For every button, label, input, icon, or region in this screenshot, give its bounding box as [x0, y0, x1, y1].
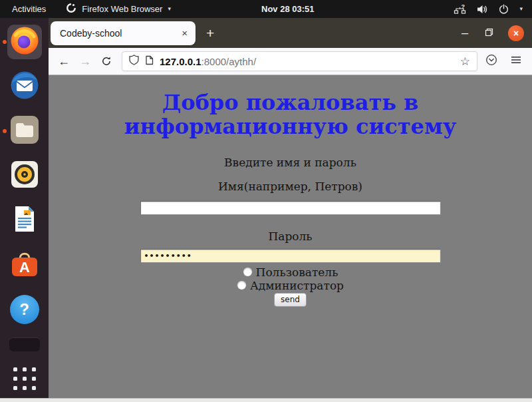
url-host: 127.0.0.1 — [160, 56, 201, 67]
app-menu-label: Firefox Web Browser — [82, 4, 162, 14]
svg-text:A: A — [19, 259, 30, 276]
thunderbird-icon — [9, 70, 40, 103]
page-content: Добро пожаловать в информационную систем… — [49, 75, 532, 399]
name-input[interactable] — [140, 201, 441, 215]
radio-user-label: Пользователь — [256, 268, 338, 277]
firefox-window: Codeby-school × + – × ← → — [49, 18, 532, 399]
dock-item-libreoffice-writer[interactable] — [7, 203, 42, 238]
restore-button[interactable] — [485, 27, 493, 39]
dock: A ? — [0, 18, 49, 399]
dock-item-thunderbird[interactable] — [7, 69, 42, 104]
firefox-mini-icon — [66, 3, 76, 15]
close-icon: × — [513, 28, 519, 39]
volume-icon — [476, 4, 488, 15]
password-label: Пароль — [49, 230, 532, 243]
network-icon: ? — [454, 4, 466, 15]
page-title: Добро пожаловать в информационную систем… — [91, 91, 490, 138]
apps-grid-icon — [13, 367, 36, 390]
system-tray[interactable]: ? ▾ — [454, 3, 532, 15]
bookmark-star-icon[interactable]: ☆ — [460, 56, 470, 67]
tray-chevron-down-icon: ▾ — [519, 6, 523, 12]
files-icon — [9, 114, 40, 148]
forward-button[interactable]: → — [75, 51, 95, 71]
page-info-icon[interactable] — [145, 55, 154, 68]
radio-admin-label: Администратор — [250, 281, 344, 290]
close-button[interactable]: × — [508, 25, 524, 41]
tab-codeby-school[interactable]: Codeby-school × — [51, 21, 196, 45]
tab-title: Codeby-school — [60, 28, 178, 39]
activities-button[interactable]: Activities — [12, 4, 46, 14]
minimize-button[interactable]: – — [460, 31, 470, 35]
password-input[interactable] — [140, 249, 441, 263]
help-icon: ? — [10, 295, 39, 324]
dark-app-icon — [9, 337, 40, 351]
instruction-text: Введите имя и пароль — [49, 156, 532, 169]
url-text[interactable]: 127.0.0.1:8000/aythh/ — [160, 56, 454, 67]
dock-item-dark-app[interactable] — [7, 337, 42, 351]
dock-item-ubuntu-software[interactable]: A — [7, 248, 42, 282]
help-question-glyph: ? — [19, 300, 29, 319]
dock-item-firefox[interactable] — [7, 25, 42, 59]
tab-close-icon[interactable]: × — [178, 27, 192, 39]
role-option-user[interactable]: Пользователь — [49, 267, 532, 277]
pocket-icon[interactable] — [485, 54, 497, 69]
role-option-admin[interactable]: Администратор — [49, 280, 532, 290]
tab-bar: Codeby-school × + – × — [49, 18, 532, 48]
send-button[interactable]: send — [274, 293, 307, 307]
libreoffice-writer-icon — [9, 204, 40, 237]
menu-hamburger-icon[interactable] — [511, 55, 521, 67]
svg-text:?: ? — [462, 4, 466, 10]
radio-user-icon[interactable] — [243, 267, 253, 277]
window-bottom-edge — [0, 398, 532, 402]
ubuntu-topbar: Activities Firefox Web Browser ▾ Nov 28 … — [0, 0, 532, 18]
radio-admin-icon[interactable] — [237, 280, 247, 290]
dock-item-files[interactable] — [7, 114, 42, 148]
name-label: Имя(например, Петров) — [49, 180, 532, 193]
app-menu-button[interactable]: Firefox Web Browser ▾ — [66, 3, 171, 15]
toolbar-right — [484, 54, 527, 69]
ubuntu-software-icon: A — [9, 248, 40, 282]
reload-button[interactable] — [96, 51, 116, 71]
clock[interactable]: Nov 28 03:51 — [261, 0, 315, 18]
chevron-down-icon: ▾ — [168, 6, 171, 12]
window-controls: – × — [460, 18, 524, 48]
url-path: :8000/aythh/ — [201, 56, 257, 67]
new-tab-button[interactable]: + — [206, 26, 214, 40]
dock-item-rhythmbox[interactable] — [7, 158, 42, 193]
rhythmbox-icon — [9, 159, 40, 192]
navigation-bar: ← → 12 — [49, 48, 532, 75]
power-icon — [498, 3, 509, 15]
show-applications-button[interactable] — [7, 361, 42, 396]
screen: Activities Firefox Web Browser ▾ Nov 28 … — [0, 0, 532, 402]
dock-item-help[interactable]: ? — [7, 292, 42, 327]
firefox-icon — [9, 25, 40, 59]
shield-icon[interactable] — [129, 55, 139, 68]
back-button[interactable]: ← — [54, 51, 74, 71]
url-bar[interactable]: 127.0.0.1:8000/aythh/ ☆ — [122, 51, 477, 71]
